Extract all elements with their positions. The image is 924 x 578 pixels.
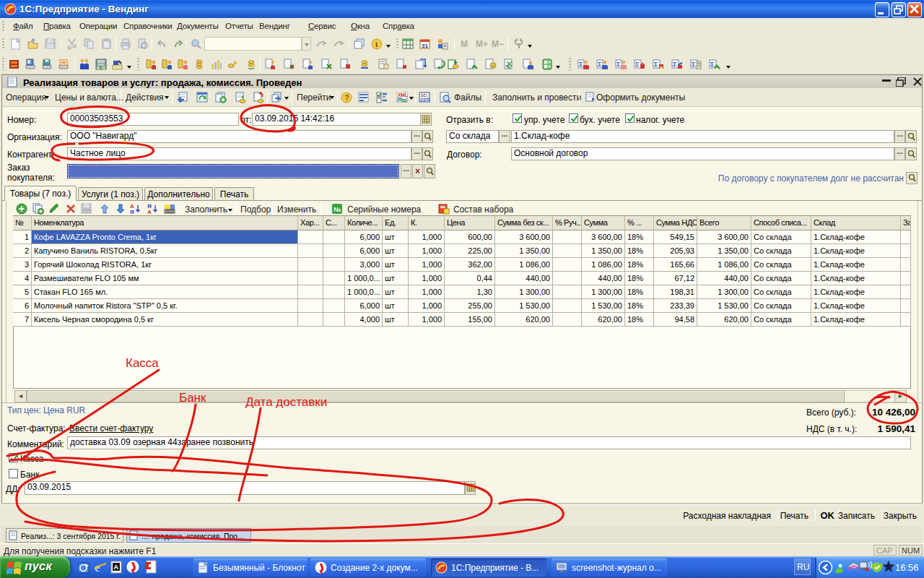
svg-text:Банк: Банк xyxy=(179,391,206,405)
svg-text:Касса: Касса xyxy=(126,356,159,370)
svg-text:Дата доставки: Дата доставки xyxy=(245,395,327,409)
